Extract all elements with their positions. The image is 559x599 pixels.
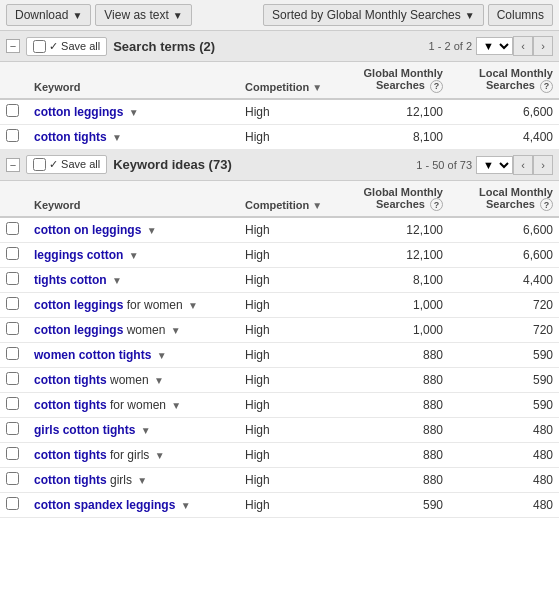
keyword-dropdown-icon[interactable]: ▼ xyxy=(155,450,165,461)
row-checkbox[interactable] xyxy=(6,247,19,260)
download-button[interactable]: Download ▼ xyxy=(6,4,91,26)
row-competition: High xyxy=(239,268,339,293)
keyword-link[interactable]: cotton leggings xyxy=(34,323,123,337)
table-row: cotton tights ▼ High 8,100 4,400 xyxy=(0,124,559,149)
keyword-link[interactable]: cotton leggings xyxy=(34,298,123,312)
keyword-dropdown-icon[interactable]: ▼ xyxy=(129,250,139,261)
keyword-link[interactable]: leggings cotton xyxy=(34,248,123,262)
row-checkbox-cell[interactable] xyxy=(0,343,28,368)
row-keyword: cotton tights women ▼ xyxy=(28,368,239,393)
keyword-dropdown-icon[interactable]: ▼ xyxy=(147,225,157,236)
row-competition: High xyxy=(239,418,339,443)
row-checkbox-cell[interactable] xyxy=(0,468,28,493)
row-checkbox[interactable] xyxy=(6,372,19,385)
columns-button[interactable]: Columns xyxy=(488,4,553,26)
search-terms-prev-button[interactable]: ‹ xyxy=(513,36,533,56)
keyword-ideas-collapse-button[interactable]: − xyxy=(6,158,20,172)
row-checkbox-cell[interactable] xyxy=(0,318,28,343)
keyword-link[interactable]: cotton leggings xyxy=(34,105,123,119)
ki-local-help-icon[interactable]: ? xyxy=(540,198,553,211)
table-row: cotton leggings for women ▼ High 1,000 7… xyxy=(0,293,559,318)
row-global: 880 xyxy=(339,468,449,493)
keyword-rest: for women xyxy=(123,298,182,312)
row-competition: High xyxy=(239,293,339,318)
keyword-ideas-title: Keyword ideas (73) xyxy=(113,157,232,172)
row-checkbox-cell[interactable] xyxy=(0,124,28,149)
sort-arrow-icon: ▼ xyxy=(312,82,322,93)
row-checkbox[interactable] xyxy=(6,104,19,117)
search-terms-pagination-select[interactable]: ▼ xyxy=(476,37,513,55)
keyword-ideas-save-all-button[interactable]: ✓ Save all xyxy=(26,155,107,174)
table-row: women cotton tights ▼ High 880 590 xyxy=(0,343,559,368)
keyword-dropdown-icon[interactable]: ▼ xyxy=(171,400,181,411)
keyword-link[interactable]: girls cotton tights xyxy=(34,423,135,437)
ki-th-global: Global Monthly Searches ? xyxy=(339,181,449,218)
keyword-dropdown-icon[interactable]: ▼ xyxy=(112,132,122,143)
row-checkbox[interactable] xyxy=(6,347,19,360)
row-checkbox-cell[interactable] xyxy=(0,217,28,243)
keyword-link[interactable]: cotton tights xyxy=(34,448,107,462)
row-checkbox[interactable] xyxy=(6,222,19,235)
search-terms-collapse-button[interactable]: − xyxy=(6,39,20,53)
row-checkbox[interactable] xyxy=(6,397,19,410)
global-help-icon[interactable]: ? xyxy=(430,80,443,93)
keyword-link[interactable]: cotton on leggings xyxy=(34,223,141,237)
keyword-link[interactable]: cotton tights xyxy=(34,398,107,412)
save-all-label: ✓ Save all xyxy=(49,40,100,53)
keyword-ideas-next-button[interactable]: › xyxy=(533,155,553,175)
row-checkbox[interactable] xyxy=(6,472,19,485)
keyword-dropdown-icon[interactable]: ▼ xyxy=(181,500,191,511)
row-local: 4,400 xyxy=(449,268,559,293)
search-terms-table: Keyword Competition ▼ Global Monthly Sea… xyxy=(0,62,559,150)
keyword-link[interactable]: cotton spandex leggings xyxy=(34,498,175,512)
keyword-ideas-prev-button[interactable]: ‹ xyxy=(513,155,533,175)
keyword-dropdown-icon[interactable]: ▼ xyxy=(188,300,198,311)
row-checkbox-cell[interactable] xyxy=(0,443,28,468)
row-local: 480 xyxy=(449,468,559,493)
keyword-rest: for girls xyxy=(107,448,150,462)
keyword-link[interactable]: cotton tights xyxy=(34,130,107,144)
row-global: 8,100 xyxy=(339,124,449,149)
row-local: 480 xyxy=(449,418,559,443)
row-checkbox-cell[interactable] xyxy=(0,99,28,125)
keyword-dropdown-icon[interactable]: ▼ xyxy=(129,107,139,118)
row-checkbox-cell[interactable] xyxy=(0,293,28,318)
sort-button[interactable]: Sorted by Global Monthly Searches ▼ xyxy=(263,4,484,26)
search-terms-header: − ✓ Save all Search terms (2) 1 - 2 of 2… xyxy=(0,31,559,62)
row-checkbox[interactable] xyxy=(6,272,19,285)
search-terms-next-button[interactable]: › xyxy=(533,36,553,56)
table-row: cotton leggings women ▼ High 1,000 720 xyxy=(0,318,559,343)
row-checkbox[interactable] xyxy=(6,447,19,460)
keyword-dropdown-icon[interactable]: ▼ xyxy=(154,375,164,386)
row-local: 590 xyxy=(449,343,559,368)
keyword-dropdown-icon[interactable]: ▼ xyxy=(112,275,122,286)
row-checkbox-cell[interactable] xyxy=(0,393,28,418)
keyword-dropdown-icon[interactable]: ▼ xyxy=(171,325,181,336)
keyword-link[interactable]: women cotton tights xyxy=(34,348,151,362)
row-checkbox[interactable] xyxy=(6,297,19,310)
row-checkbox[interactable] xyxy=(6,129,19,142)
keyword-dropdown-icon[interactable]: ▼ xyxy=(141,425,151,436)
row-checkbox-cell[interactable] xyxy=(0,493,28,518)
keyword-link[interactable]: cotton tights xyxy=(34,373,107,387)
keyword-link[interactable]: cotton tights xyxy=(34,473,107,487)
ki-global-help-icon[interactable]: ? xyxy=(430,198,443,211)
search-terms-save-all-button[interactable]: ✓ Save all xyxy=(26,37,107,56)
keyword-link[interactable]: tights cotton xyxy=(34,273,107,287)
row-checkbox[interactable] xyxy=(6,497,19,510)
row-checkbox-cell[interactable] xyxy=(0,268,28,293)
row-checkbox-cell[interactable] xyxy=(0,243,28,268)
row-global: 880 xyxy=(339,443,449,468)
search-terms-save-all-checkbox[interactable] xyxy=(33,40,46,53)
row-checkbox-cell[interactable] xyxy=(0,368,28,393)
local-help-icon[interactable]: ? xyxy=(540,80,553,93)
keyword-ideas-header: − ✓ Save all Keyword ideas (73) 1 - 50 o… xyxy=(0,150,559,181)
row-checkbox[interactable] xyxy=(6,322,19,335)
keyword-ideas-pagination-select[interactable]: ▼ xyxy=(476,156,513,174)
keyword-dropdown-icon[interactable]: ▼ xyxy=(137,475,147,486)
keyword-ideas-save-all-checkbox[interactable] xyxy=(33,158,46,171)
keyword-dropdown-icon[interactable]: ▼ xyxy=(157,350,167,361)
row-checkbox[interactable] xyxy=(6,422,19,435)
view-as-text-button[interactable]: View as text ▼ xyxy=(95,4,191,26)
row-checkbox-cell[interactable] xyxy=(0,418,28,443)
